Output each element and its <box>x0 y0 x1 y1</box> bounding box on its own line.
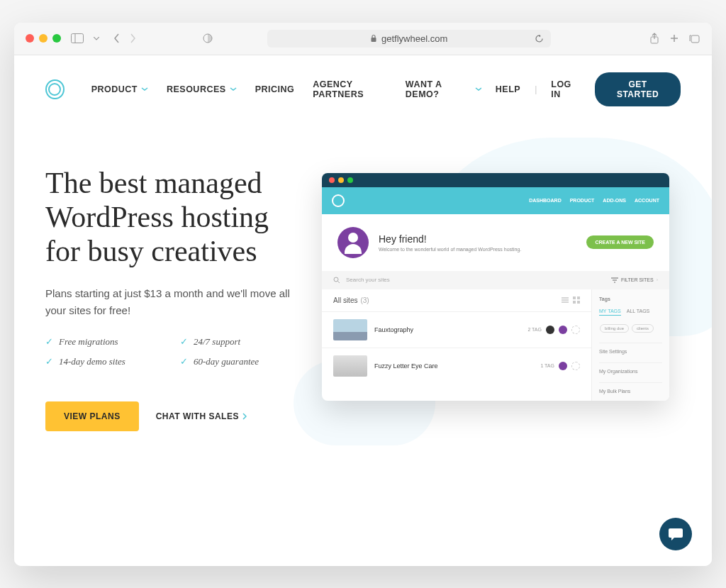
refresh-icon[interactable] <box>535 34 544 43</box>
window-minimize-button[interactable] <box>39 34 48 43</box>
navbar: PRODUCT RESOURCES PRICING AGENCY PARTNER… <box>14 55 712 123</box>
list-view-icon <box>562 296 569 304</box>
url-text: getflywheel.com <box>381 33 447 44</box>
flywheel-logo[interactable] <box>45 79 65 99</box>
nav-help[interactable]: HELP <box>496 84 520 94</box>
add-collaborator-icon <box>571 326 580 334</box>
nav-demo-label: WANT A DEMO? <box>406 79 471 99</box>
tabs-overview-icon[interactable] <box>689 33 700 44</box>
nav-pricing-label: PRICING <box>255 84 295 94</box>
check-icon: ✓ <box>180 336 188 348</box>
window-close-button[interactable] <box>26 34 34 43</box>
nav-resources[interactable]: RESOURCES <box>167 84 237 94</box>
chevron-down-icon <box>230 87 237 91</box>
mock-zoom-icon <box>347 177 353 183</box>
dash-nav-item: ADD-ONS <box>603 198 626 203</box>
shield-icon[interactable] <box>203 33 213 43</box>
chat-with-sales-link[interactable]: CHAT WITH SALES <box>156 411 247 421</box>
dash-nav-item: DASHBOARD <box>529 198 562 203</box>
welcome-text: Hey friend! Welcome to the wonderful wor… <box>379 233 521 252</box>
new-tab-icon[interactable] <box>669 33 679 44</box>
dashboard-titlebar <box>322 173 669 187</box>
filter-icon <box>611 277 618 283</box>
site-name: Fauxtography <box>374 326 413 333</box>
filter-label: FILTER SITES <box>621 277 654 282</box>
nav-resources-label: RESOURCES <box>167 84 226 94</box>
tags-section: My Organizations <box>599 362 662 374</box>
welcome-subtitle: Welcome to the wonderful world of manage… <box>379 247 521 252</box>
avatar-icon <box>337 227 369 258</box>
feature-label: Free migrations <box>59 336 118 348</box>
tags-section: My Bulk Plans <box>599 382 662 394</box>
dashboard-welcome: Hey friend! Welcome to the wonderful wor… <box>322 214 669 271</box>
hero-right: DASHBOARD PRODUCT ADD-ONS ACCOUNT Hey fr <box>322 166 681 432</box>
chat-label: CHAT WITH SALES <box>156 411 239 421</box>
svg-point-6 <box>334 277 338 282</box>
site-meta: 1 TAG <box>540 362 580 370</box>
add-collaborator-icon <box>571 362 580 370</box>
chat-icon <box>668 527 683 541</box>
dashboard-search: Search your sites FILTER SITES › <box>322 271 669 289</box>
dashboard-nav: DASHBOARD PRODUCT ADD-ONS ACCOUNT <box>529 198 659 203</box>
get-started-button[interactable]: GET STARTED <box>595 72 681 106</box>
greeting: Hey friend! <box>379 233 521 245</box>
feature-item: ✓14-day demo sites <box>45 356 166 367</box>
nav-right: WANT A DEMO? HELP | LOG IN GET STARTED <box>406 72 681 106</box>
hero-cta: VIEW PLANS CHAT WITH SALES <box>45 401 301 431</box>
nav-agency-partners[interactable]: AGENCY PARTNERS <box>313 79 389 99</box>
svg-rect-14 <box>573 296 576 299</box>
site-row: Fauxtography 2 TAG <box>322 311 591 348</box>
sidebar-toggle-icon[interactable] <box>71 33 84 43</box>
nav-login[interactable]: LOG IN <box>551 79 581 99</box>
nav-product[interactable]: PRODUCT <box>91 84 148 94</box>
tag-pill: clients <box>632 324 654 333</box>
lock-icon <box>370 34 377 43</box>
chevron-down-icon <box>475 87 481 91</box>
site-count: (3) <box>360 296 369 304</box>
tab-dropdown-icon[interactable] <box>94 37 99 40</box>
chevron-down-icon <box>141 87 148 91</box>
svg-rect-3 <box>372 38 376 42</box>
share-icon[interactable] <box>649 33 659 44</box>
dash-nav-item: ACCOUNT <box>635 198 659 203</box>
tag-tabs: MY TAGS ALL TAGS <box>599 309 662 316</box>
collaborator-dot <box>559 326 567 334</box>
filter-sites: FILTER SITES › <box>611 277 658 283</box>
site-meta: 2 TAG <box>527 326 580 334</box>
nav-agency-label: AGENCY PARTNERS <box>313 79 389 99</box>
check-icon: ✓ <box>180 356 188 367</box>
tags-sidebar: Tags MY TAGS ALL TAGS billing due client… <box>591 289 669 401</box>
mock-close-icon <box>329 177 335 183</box>
check-icon: ✓ <box>45 356 53 367</box>
back-button[interactable] <box>113 33 121 43</box>
tags-section: Site Settings <box>599 343 662 354</box>
tags-header: Tags <box>599 296 662 301</box>
browser-window: getflywheel.com PRODUCT <box>14 23 712 566</box>
nav-help-label: HELP <box>496 84 520 94</box>
hero: The best managed WordPress hosting for b… <box>14 123 712 489</box>
feature-item: ✓Free migrations <box>45 336 166 348</box>
tag-pills: billing due clients <box>599 323 662 334</box>
create-site-button: CREATE A NEW SITE <box>586 235 654 249</box>
dashboard-header: DASHBOARD PRODUCT ADD-ONS ACCOUNT <box>322 187 669 214</box>
dashboard-body: All sites (3) Fauxtography <box>322 289 669 401</box>
hero-left: The best managed WordPress hosting for b… <box>45 166 301 432</box>
forward-button[interactable] <box>129 33 136 43</box>
tag-pill: billing due <box>600 324 629 333</box>
features-grid: ✓Free migrations ✓24/7 support ✓14-day d… <box>45 336 301 367</box>
chat-widget-button[interactable] <box>659 518 692 550</box>
nav-divider: | <box>535 84 537 94</box>
browser-chrome: getflywheel.com <box>14 23 712 55</box>
sites-header: All sites (3) <box>322 289 591 311</box>
site-thumbnail <box>333 355 367 377</box>
search-icon <box>333 277 340 284</box>
feature-label: 14-day demo sites <box>59 356 125 367</box>
view-plans-button[interactable]: VIEW PLANS <box>45 401 139 431</box>
address-bar[interactable]: getflywheel.com <box>267 30 551 48</box>
svg-line-7 <box>338 281 340 283</box>
nav-demo[interactable]: WANT A DEMO? <box>406 79 481 99</box>
site-thumbnail <box>333 319 367 340</box>
window-zoom-button[interactable] <box>52 34 61 43</box>
nav-pricing[interactable]: PRICING <box>255 84 295 94</box>
sites-column: All sites (3) Fauxtography <box>322 289 591 401</box>
